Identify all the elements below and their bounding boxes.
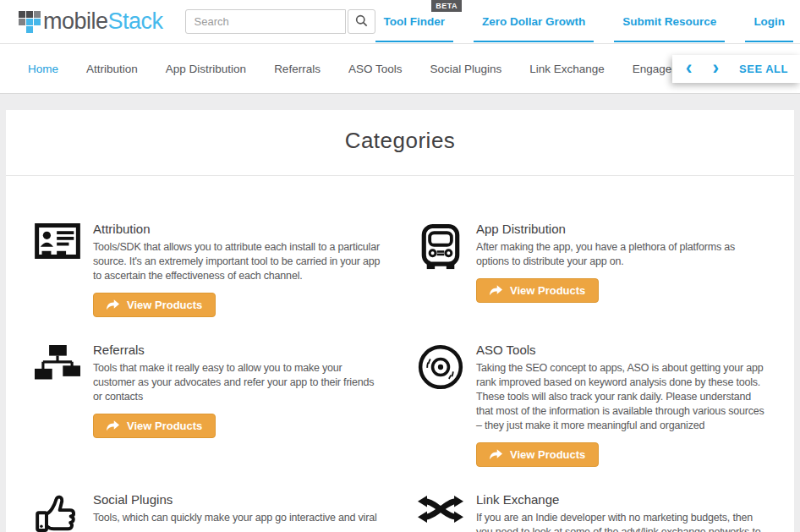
nav-tool-finder-label: Tool Finder [384,15,446,28]
category-title: Referrals [93,343,383,357]
view-products-button[interactable]: View Products [476,278,599,303]
category-description: Tools, which can quickly make your app g… [93,511,377,525]
catnav-home[interactable]: Home [28,63,58,75]
search-input[interactable] [185,9,346,34]
mobilestack-logo[interactable]: mobileStack [19,10,163,33]
crossed-arrows-icon [417,492,464,532]
chevron-right-icon[interactable]: › [712,58,719,78]
forward-arrow-icon [107,299,119,310]
category-description: Taking the SEO concept to apps, ASO is a… [476,361,766,433]
forward-arrow-icon [490,285,502,296]
category-card-app-distribution: App Distribution After making the app, y… [417,222,766,317]
category-description: If you are an Indie developer with no ma… [476,511,766,532]
category-card-link-exchange: Link Exchange If you are an Indie develo… [417,492,766,532]
nav-zero-dollar-growth-label: Zero Dollar Growth [482,15,585,28]
category-card-aso-tools: ASO Tools Taking the SEO concept to apps… [417,343,766,467]
catnav-referrals[interactable]: Referrals [274,63,321,75]
view-products-button[interactable]: View Products [93,293,216,317]
nav-submit-resource-label: Submit Resource [622,15,716,28]
see-all-link[interactable]: SEE ALL [739,63,788,75]
top-navigation: BETA Tool Finder Zero Dollar Growth Subm… [375,0,794,44]
nav-tool-finder[interactable]: BETA Tool Finder [375,15,454,42]
category-title: ASO Tools [476,343,766,357]
catnav-link-exchange[interactable]: Link Exchange [529,63,605,75]
catnav-attribution[interactable]: Attribution [86,63,138,75]
view-products-label: View Products [510,284,585,297]
view-products-label: View Products [127,299,202,311]
search-group [185,9,375,34]
category-card-attribution: Attribution Tools/SDK that allows you to… [34,222,383,317]
contact-card-icon [34,222,81,317]
category-title: App Distribution [476,222,766,236]
category-description: After making the app, you have a plethor… [476,240,766,269]
thumbs-up-icon [34,492,81,532]
category-title: Link Exchange [476,492,766,507]
page-title: Categories [6,110,794,154]
view-products-button[interactable]: View Products [93,414,216,438]
nav-login-label: Login [753,15,785,28]
page-background: Categories [0,94,800,532]
view-products-label: View Products [510,448,585,461]
category-description: Tools that make it really easy to allow … [93,361,383,404]
category-nav-pager: ‹ › SEE ALL [672,55,800,83]
category-title: Attribution [93,222,383,236]
chevron-left-icon[interactable]: ‹ [686,58,693,78]
bus-icon [417,222,464,317]
search-button[interactable] [348,9,375,34]
vinyl-disc-icon [417,343,464,467]
org-chart-icon [34,343,81,467]
logo-text: mobileStack [43,10,163,33]
catnav-app-distribution[interactable]: App Distribution [166,63,246,75]
catnav-aso-tools[interactable]: ASO Tools [348,63,403,75]
nav-submit-resource[interactable]: Submit Resource [614,15,725,42]
forward-arrow-icon [107,420,119,431]
logo-text-stack: Stack [108,8,163,34]
nav-login[interactable]: Login [745,15,793,42]
top-header: mobileStack BETA Tool Finder Zero Dollar… [0,0,800,44]
category-card-referrals: Referrals Tools that make it really easy… [34,343,383,467]
category-description: Tools/SDK that allows you to attribute e… [93,240,383,283]
beta-badge: BETA [431,0,462,12]
category-card-social-plugins: Social Plugins Tools, which can quickly … [34,492,383,532]
search-icon [355,14,368,30]
categories-panel: Categories [6,110,794,532]
forward-arrow-icon [490,449,502,460]
categories-grid: Attribution Tools/SDK that allows you to… [6,176,794,532]
logo-pixel-icon [19,11,41,33]
category-title: Social Plugins [93,492,377,507]
view-products-label: View Products [127,420,202,432]
view-products-button[interactable]: View Products [476,442,599,467]
catnav-social-plugins[interactable]: Social Plugins [430,63,501,75]
logo-text-mobile: mobile [43,8,108,34]
nav-zero-dollar-growth[interactable]: Zero Dollar Growth [474,15,594,42]
category-navigation: Home Attribution App Distribution Referr… [0,44,800,94]
